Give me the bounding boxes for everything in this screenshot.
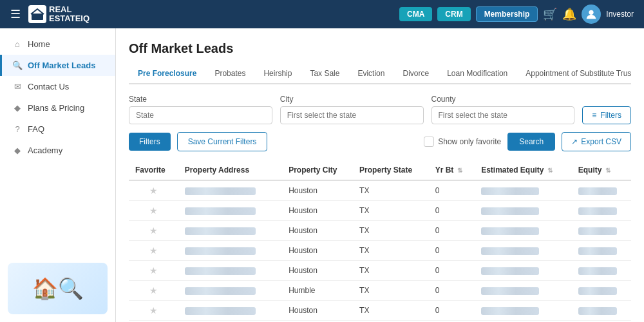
tab-probates[interactable]: Probates — [205, 64, 254, 84]
yr-bt-cell: 0 — [429, 261, 475, 281]
county-input[interactable] — [431, 106, 575, 124]
sidebar-label-home: Home — [28, 39, 50, 49]
sidebar-label-faq: FAQ — [28, 124, 44, 134]
star-icon[interactable]: ★ — [149, 205, 158, 216]
table-row: ★HumbleTX0 — [129, 281, 631, 301]
bell-icon[interactable]: 🔔 — [562, 7, 576, 21]
hamburger-menu[interactable]: ☰ — [10, 7, 21, 21]
address-cell — [178, 180, 282, 201]
favorite-cell: ★ — [129, 201, 178, 221]
star-icon[interactable]: ★ — [149, 245, 158, 256]
table-header: Favorite Property Address Property City … — [129, 160, 631, 180]
city-cell: Humble — [282, 281, 353, 301]
table-row: ★HoustonTX0 — [129, 180, 631, 201]
svg-rect-1 — [35, 16, 39, 20]
city-cell: Houston — [282, 201, 353, 221]
blurred-address — [185, 227, 256, 235]
sidebar-item-off-market-leads[interactable]: 🔍 Off Market Leads — [0, 55, 115, 76]
table-row: ★HoustonTX0 — [129, 301, 631, 321]
th-property-city: Property City — [282, 160, 353, 180]
state-cell: TX — [353, 241, 429, 261]
svg-point-2 — [589, 10, 594, 15]
star-icon[interactable]: ★ — [149, 285, 158, 296]
equity-cell — [572, 241, 631, 261]
sidebar-label-plans-pricing: Plans & Pricing — [28, 103, 84, 113]
blurred-address — [185, 307, 256, 315]
table-row: ★HoustonTX0 — [129, 201, 631, 221]
star-icon[interactable]: ★ — [149, 265, 158, 276]
filters-button[interactable]: Filters — [129, 133, 171, 151]
logo-text: REAL ESTATEIQ — [49, 5, 90, 24]
table-row: ★HoustonTX0 — [129, 241, 631, 261]
state-cell: TX — [353, 261, 429, 281]
cart-icon[interactable]: 🛒 — [543, 7, 557, 21]
tab-divorce[interactable]: Divorce — [393, 64, 438, 84]
yr-bt-cell: 0 — [429, 221, 475, 241]
export-icon: ↗ — [571, 137, 578, 146]
tab-appointment-substitute[interactable]: Appointment of Substitute Trustee — [516, 64, 631, 84]
blurred-estimated-equity — [481, 227, 539, 235]
table-header-row: Favorite Property Address Property City … — [129, 160, 631, 180]
home-icon: ⌂ — [12, 39, 23, 49]
sidebar-item-plans-pricing[interactable]: ◆ Plans & Pricing — [0, 97, 115, 118]
search-button[interactable]: Search — [507, 133, 555, 151]
sort-equity-icon[interactable]: ⇅ — [547, 167, 553, 174]
sidebar-item-home[interactable]: ⌂ Home — [0, 33, 115, 55]
star-icon[interactable]: ★ — [149, 305, 158, 316]
tab-eviction[interactable]: Eviction — [348, 64, 393, 84]
user-avatar[interactable] — [582, 5, 601, 24]
table-body: ★HoustonTX0★HoustonTX0★HoustonTX0★Housto… — [129, 180, 631, 322]
address-cell — [178, 201, 282, 221]
estimated-equity-cell — [475, 201, 572, 221]
academy-icon: ◆ — [12, 146, 23, 155]
county-filter-group: County — [431, 95, 575, 124]
crm-button[interactable]: CRM — [437, 7, 470, 21]
sidebar-item-academy[interactable]: ◆ Academy — [0, 140, 115, 161]
blurred-equity — [578, 207, 617, 215]
city-cell: Houston — [282, 221, 353, 241]
blurred-estimated-equity — [481, 287, 539, 295]
equity-cell — [572, 301, 631, 321]
tab-heirship[interactable]: Heirship — [254, 64, 301, 84]
leads-table: Favorite Property Address Property City … — [129, 160, 631, 322]
sidebar-item-contact-us[interactable]: ✉ Contact Us — [0, 76, 115, 97]
sidebar-item-faq[interactable]: ? FAQ — [0, 118, 115, 140]
table-row: ★HoustonTX0 — [129, 261, 631, 281]
th-estimated-equity: Estimated Equity ⇅ — [475, 160, 572, 180]
state-input[interactable] — [129, 106, 272, 124]
star-icon[interactable]: ★ — [149, 225, 158, 236]
membership-button[interactable]: Membership — [476, 6, 538, 22]
yr-bt-cell: 0 — [429, 241, 475, 261]
star-icon[interactable]: ★ — [149, 185, 158, 196]
show-favorite-toggle[interactable]: Show only favorite — [424, 137, 501, 147]
avatar-icon — [585, 8, 597, 20]
blurred-address — [185, 247, 256, 255]
estimated-equity-cell — [475, 281, 572, 301]
save-filters-button[interactable]: Save Current Filters — [177, 132, 268, 151]
advanced-filters-label: Filters — [600, 111, 621, 120]
cma-button[interactable]: CMA — [399, 7, 432, 21]
favorite-cell: ★ — [129, 221, 178, 241]
city-input[interactable] — [280, 106, 424, 124]
advanced-filters-button[interactable]: ≡ Filters — [582, 106, 631, 124]
blurred-estimated-equity — [481, 307, 539, 315]
blurred-equity — [578, 287, 617, 295]
state-cell: TX — [353, 201, 429, 221]
address-cell — [178, 281, 282, 301]
blurred-estimated-equity — [481, 207, 539, 215]
sidebar-label-academy: Academy — [28, 146, 62, 155]
favorite-checkbox[interactable] — [424, 137, 434, 147]
th-equity: Equity ⇅ — [572, 160, 631, 180]
city-cell: Houston — [282, 261, 353, 281]
tab-loan-modification[interactable]: Loan Modification — [438, 64, 516, 84]
estimated-equity-cell — [475, 301, 572, 321]
tab-pre-foreclosure[interactable]: Pre Foreclosure — [129, 64, 205, 84]
sort-equity2-icon[interactable]: ⇅ — [605, 167, 611, 174]
nav-right: CMA CRM Membership 🛒 🔔 Investor — [399, 5, 634, 24]
sort-yr-icon[interactable]: ⇅ — [457, 167, 462, 174]
blurred-address — [185, 187, 256, 195]
favorite-cell: ★ — [129, 281, 178, 301]
tab-tax-sale[interactable]: Tax Sale — [301, 64, 348, 84]
export-csv-button[interactable]: ↗ Export CSV — [562, 132, 631, 151]
state-cell: TX — [353, 180, 429, 201]
